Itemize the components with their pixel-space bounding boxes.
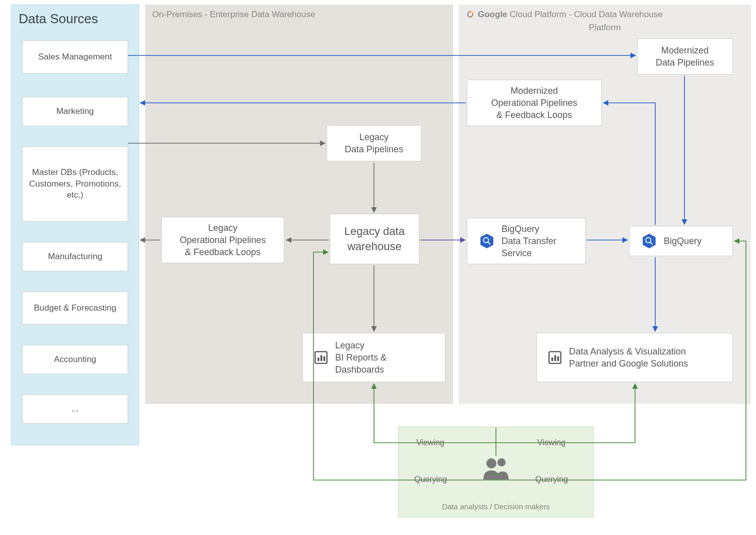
ds-manufacturing: Manufacturing [22, 242, 128, 271]
node-legacy-pipelines: LegacyData Pipelines [327, 125, 421, 161]
gcp-logo-icon [466, 10, 475, 19]
ds-budget: Budget & Forecasting [22, 291, 128, 325]
chart-icon [548, 350, 562, 365]
node-dataviz: Data Analysis & VisualizationPartner and… [536, 333, 733, 382]
zone-data-sources-title: Data Sources [19, 11, 98, 27]
svg-point-15 [497, 458, 506, 466]
node-dataviz-label: Data Analysis & VisualizationPartner and… [569, 345, 688, 370]
ds-accounting: Accounting [22, 345, 128, 374]
gcp-subtitle: - Cloud Data Warehouse [566, 10, 663, 19]
node-bq-label: BigQuery [664, 235, 702, 247]
gcp-brand-rest: Cloud Platform [508, 10, 566, 19]
ds-more: ... [22, 394, 128, 424]
svg-rect-12 [554, 355, 556, 361]
ds-sales: Sales Management [22, 40, 128, 74]
node-legacy-bi-label: LegacyBI Reports &Dashboards [335, 339, 387, 376]
bigquery-icon [478, 232, 495, 250]
bigquery-icon [641, 232, 658, 250]
node-modern-pipelines: ModernizedData Pipelines [637, 38, 733, 75]
zone-on-prem-title: On-Premises - Enterprise Data Warehouse [145, 5, 453, 25]
svg-rect-1 [318, 358, 320, 361]
svg-rect-3 [324, 356, 326, 361]
users-icon [481, 456, 511, 481]
ds-master-dbs: Master DBs (Products, Customers, Promoti… [22, 146, 128, 222]
svg-rect-13 [557, 356, 559, 361]
node-bq-dts: BigQueryData TransferService [467, 218, 586, 264]
svg-marker-4 [480, 234, 493, 249]
label-viewing-left: Viewing [416, 438, 445, 447]
gcp-brand-bold: Google [478, 10, 508, 19]
ds-marketing: Marketing [22, 97, 128, 126]
zone-gcp-subtitle2: Platform [459, 23, 751, 33]
node-modern-ops: ModernizedOperational Pipelines& Feedbac… [467, 80, 602, 126]
node-legacy-bi: LegacyBI Reports &Dashboards [302, 333, 446, 382]
svg-point-14 [486, 458, 496, 468]
label-querying-left: Querying [414, 475, 447, 484]
label-querying-right: Querying [535, 475, 568, 484]
diagram-canvas: Data Sources On-Premises - Enterprise Da… [0, 0, 756, 535]
svg-marker-7 [643, 234, 656, 249]
label-viewing-right: Viewing [537, 438, 565, 447]
svg-rect-11 [551, 358, 553, 361]
node-legacy-dw: Legacy datawarehouse [330, 214, 419, 264]
users-caption: Data analysts / Decision makers [399, 502, 593, 511]
svg-rect-2 [321, 355, 323, 361]
zone-gcp-title: Google Cloud Platform - Cloud Data Wareh… [459, 5, 751, 25]
node-bq: BigQuery [629, 226, 733, 256]
node-legacy-ops: LegacyOperational Pipelines& Feedback Lo… [161, 217, 284, 263]
node-bq-dts-label: BigQueryData TransferService [501, 223, 556, 260]
chart-icon [314, 350, 328, 365]
